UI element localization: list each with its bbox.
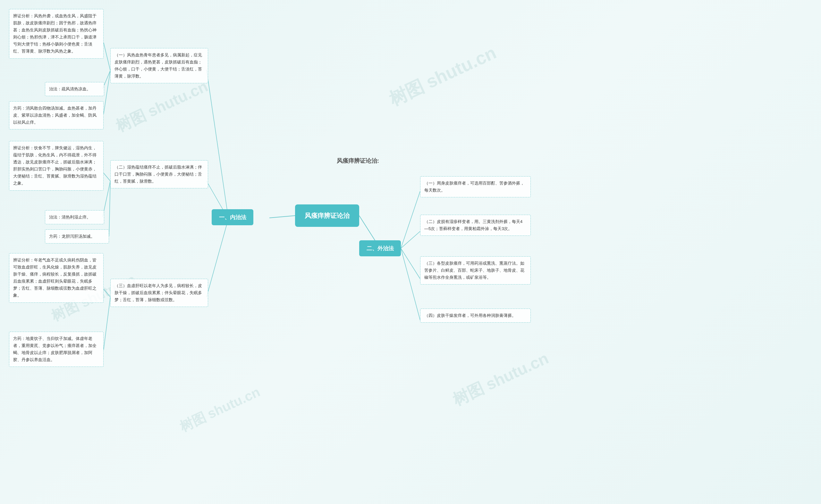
svg-line-11 [104, 289, 110, 297]
mid-box-2: （二）湿热蕴结瘙痒不止，抓破后脂水淋漓；伴口干口苦，胸胁闷胀，小便黄赤，大便秘结… [110, 160, 208, 188]
svg-line-4 [207, 221, 228, 297]
svg-line-10 [109, 181, 110, 236]
watermark-1: 树图 shutu.cn [112, 76, 211, 137]
zhifa-box-2: 治法：清热利湿止痒。 [45, 210, 104, 224]
branch-neizhi: 一、内治法 [212, 209, 253, 225]
branch-waizhi: 二、外治法 [359, 240, 401, 256]
section-title: 风瘙痒辨证论治: [337, 157, 379, 165]
right-box-2: （二）皮损有湿疹样变者，用。三黄洗剂外搽，每天4—5次；苔藓样变者，用黄柏霜外涂… [420, 215, 531, 236]
bianzheng-box-2: 辨证分析：饮食不节，脾失健运，湿热内生，蕴结于肌肤，化热生风，内不得疏泄，外不得… [9, 141, 104, 191]
svg-line-7 [104, 70, 110, 114]
fangyao-box-2: 方药：龙胆泻肝汤加减。 [45, 229, 109, 244]
watermark-5: 树图 shutu.cn [177, 383, 263, 436]
svg-line-15 [401, 248, 420, 279]
mid-box-1: （一）风热血热青年患者多见，病属新起，症见皮肤瘙痒剧烈，遇热更甚，皮肤抓破后有血… [110, 48, 208, 83]
fangyao-box-3: 方药：地黄饮子、当归饮子加减。体虚年老者，重用黄芪、党参以补气；瘙痒甚者，加全蝎… [9, 332, 104, 367]
right-box-1: （一）周身皮肤瘙痒者，可选用百部酊、苦参酒外搽，每天数次。 [420, 176, 531, 197]
svg-line-14 [401, 231, 420, 248]
central-node: 风瘙痒辨证论治 [295, 204, 359, 227]
svg-line-5 [104, 43, 110, 70]
svg-line-16 [401, 248, 420, 320]
watermark-2: 树图 shutu.cn [385, 41, 500, 112]
page-container: 树图 shutu.cn 树图 shutu.cn 树图 shutu.cn 树图 s… [0, 0, 821, 504]
bianzheng-box-3: 辨证分析：年老气血不足或久病耗伤阴血，皆可致血虚肝旺，生风化燥，肌肤失养，故见皮… [9, 253, 104, 303]
bianzheng-box-1: 辨证分析：风热外袭，或血热生风，风盛阻于肌肤，故皮肤瘙痒剧烈；因于热邪，故遇热痒… [9, 9, 104, 59]
watermark-4: 树图 shutu.cn [449, 348, 552, 411]
right-box-3: （三）各型皮肤瘙痒，可用药浴或熏洗、熏蒸疗法。如苦参片、白鲜皮、百部、蛇床子、地… [420, 256, 531, 285]
svg-line-12 [104, 297, 110, 350]
zhifa-box-1: 治法：疏风清热凉血。 [45, 82, 104, 96]
svg-line-13 [401, 191, 420, 248]
svg-line-0 [270, 216, 295, 218]
svg-line-2 [207, 70, 228, 214]
mid-box-3: （三）血虚肝旺以老年人为多见，病程较长，皮肤干燥，抓破后血痕累累；伴头晕眼花，失… [110, 279, 208, 307]
fangyao-box-1: 方药：消风散合四物汤加减。血热甚者，加丹皮、紫草以凉血清热；风盛者，加全蝎、防风… [9, 101, 104, 129]
svg-line-8 [104, 173, 110, 181]
right-box-4: （四）皮肤干燥发痒者，可外用各种润肤膏薄搽。 [420, 309, 531, 323]
